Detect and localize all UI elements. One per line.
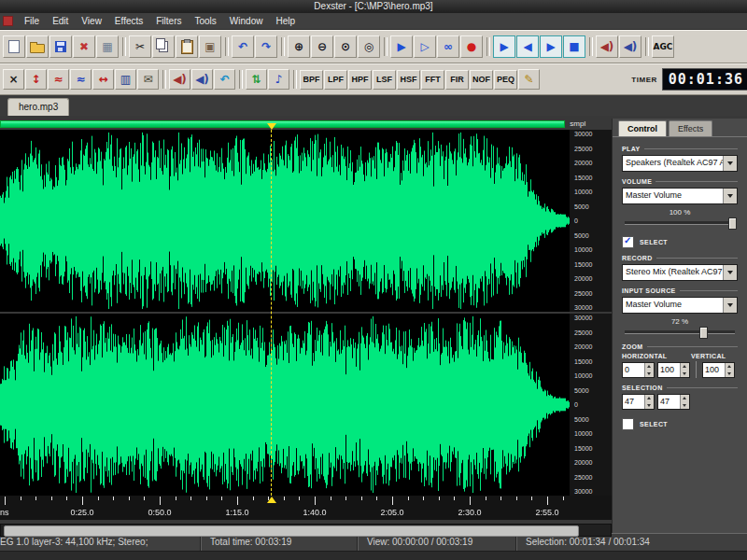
- speaker-monitor-button[interactable]: ◀): [169, 69, 190, 90]
- new-file-button[interactable]: [3, 35, 25, 58]
- redo-button[interactable]: ↷: [255, 35, 277, 58]
- spin-up-icon[interactable]: [681, 363, 689, 371]
- spin-up-icon[interactable]: [645, 363, 654, 371]
- wave-zoom-red-button[interactable]: ≈: [48, 69, 69, 90]
- spin-down-icon[interactable]: [645, 370, 654, 377]
- send-email-button[interactable]: ✉: [137, 69, 159, 90]
- go-end-button[interactable]: ▶: [540, 35, 562, 58]
- close-file-button[interactable]: ✖: [73, 35, 95, 58]
- envelope-editor-button[interactable]: ✎: [518, 69, 540, 90]
- tab-control[interactable]: Control: [618, 120, 667, 136]
- volume-target-select[interactable]: Master Volume: [622, 188, 738, 204]
- zoom-out-button[interactable]: ⊖: [311, 35, 333, 58]
- filter-lsf-button[interactable]: LSF: [373, 70, 396, 90]
- selection-end-spinner[interactable]: 47: [657, 394, 690, 410]
- stop-button[interactable]: ■: [563, 35, 585, 58]
- open-file-button[interactable]: [26, 35, 49, 58]
- menu-edit[interactable]: Edit: [46, 16, 75, 26]
- delete-selection-button[interactable]: ▣: [199, 35, 221, 58]
- zoom-full-button[interactable]: ◎: [358, 35, 380, 58]
- menu-effects[interactable]: Effects: [108, 16, 149, 26]
- zoom-h-end-spinner[interactable]: 100: [657, 362, 690, 378]
- play-device-select[interactable]: Speakers (Realtek AC97 Au: [622, 155, 738, 172]
- menu-tools[interactable]: Tools: [188, 16, 222, 26]
- spin-up-icon[interactable]: [681, 395, 689, 402]
- tab-hero-mp3[interactable]: hero.mp3: [7, 98, 69, 116]
- cut-button[interactable]: ✂: [129, 35, 151, 58]
- save-file-button[interactable]: [49, 35, 72, 58]
- menu-help[interactable]: Help: [269, 16, 302, 26]
- revert-button[interactable]: ↶: [214, 69, 235, 90]
- input-source-dropdown[interactable]: [723, 298, 737, 313]
- panel-body: PLAY Speakers (Realtek AC97 Au VOLUME Ma…: [613, 136, 747, 533]
- play-select-checkbox[interactable]: [622, 236, 634, 248]
- spin-down-icon[interactable]: [681, 370, 689, 377]
- play-device-dropdown[interactable]: [723, 156, 737, 171]
- agc-button[interactable]: AGC: [652, 35, 674, 58]
- speaker-config-button[interactable]: ◀): [191, 69, 213, 90]
- loop-play-button[interactable]: ∞: [437, 35, 459, 58]
- playhead-marker-top[interactable]: [267, 123, 276, 130]
- play-button[interactable]: ▶: [390, 35, 413, 58]
- playhead-marker-bottom[interactable]: [267, 497, 276, 503]
- overview-bar[interactable]: [0, 120, 565, 128]
- timeline-ruler[interactable]: [0, 496, 612, 520]
- filter-lpf-button[interactable]: LPF: [324, 70, 347, 90]
- input-slider[interactable]: [624, 327, 736, 337]
- spin-down-icon[interactable]: [726, 370, 734, 377]
- filter-hsf-button[interactable]: HSF: [397, 70, 420, 90]
- spin-up-icon[interactable]: [645, 395, 654, 402]
- paste-button[interactable]: [176, 35, 198, 58]
- crossfade-button[interactable]: ×: [3, 69, 24, 90]
- swap-channels-button[interactable]: ⇅: [246, 69, 267, 90]
- spin-down-icon[interactable]: [681, 402, 689, 410]
- selection-select-row[interactable]: SELECT: [622, 418, 738, 430]
- zoom-vertical-spinner[interactable]: 100: [702, 362, 735, 378]
- menu-view[interactable]: View: [75, 16, 108, 26]
- spin-down-icon[interactable]: [645, 402, 654, 410]
- wave-statistics-button[interactable]: ▥: [115, 69, 136, 90]
- selection-start-spinner[interactable]: 47: [622, 394, 655, 410]
- go-start-button[interactable]: ◀: [516, 35, 539, 58]
- menu-file[interactable]: File: [18, 16, 46, 26]
- menu-window[interactable]: Window: [223, 16, 270, 26]
- scrollbar-thumb[interactable]: [4, 525, 579, 537]
- record-device-dropdown[interactable]: [723, 265, 737, 280]
- id3-editor-button[interactable]: ♪: [268, 69, 289, 90]
- horizontal-scrollbar[interactable]: [0, 524, 612, 537]
- volume-up-button[interactable]: ◀): [596, 35, 618, 58]
- record-button[interactable]: ●: [460, 35, 483, 58]
- zoom-h-start-spinner[interactable]: 0: [622, 362, 655, 378]
- filter-fft-button[interactable]: FFT: [421, 70, 444, 90]
- file-properties-button[interactable]: ▦: [96, 35, 119, 58]
- zoom-selection-button[interactable]: ⊙: [334, 35, 357, 58]
- tab-effects[interactable]: Effects: [669, 120, 712, 136]
- play-view-button[interactable]: ▶: [493, 35, 515, 58]
- volume-target-value: Master Volume: [623, 189, 723, 203]
- input-source-select[interactable]: Master Volume: [622, 297, 738, 314]
- filter-hpf-button[interactable]: HPF: [348, 70, 372, 90]
- copy-button[interactable]: [152, 35, 175, 58]
- fit-vertical-button[interactable]: ↕: [25, 69, 47, 90]
- volume-slider-thumb[interactable]: [728, 217, 737, 230]
- menu-filters[interactable]: Filters: [149, 16, 188, 26]
- volume-slider[interactable]: [624, 217, 736, 228]
- undo-button[interactable]: ↶: [232, 35, 254, 58]
- volume-down-button[interactable]: ◀): [619, 35, 641, 58]
- filter-peq-button[interactable]: PEQ: [494, 70, 517, 90]
- wave-stretch-button[interactable]: ↔: [92, 69, 114, 90]
- record-device-select[interactable]: Stereo Mix (Realtek AC97 A: [622, 264, 738, 281]
- play-all-button[interactable]: ▷: [414, 35, 436, 58]
- selection-select-checkbox[interactable]: [622, 418, 634, 430]
- waveform-right-channel[interactable]: [0, 314, 570, 496]
- volume-target-dropdown[interactable]: [723, 189, 737, 203]
- input-slider-thumb[interactable]: [699, 327, 708, 339]
- zoom-in-button[interactable]: ⊕: [288, 35, 310, 58]
- waveform-left-channel[interactable]: [0, 130, 570, 312]
- wave-zoom-blue-button[interactable]: ≈: [70, 69, 92, 90]
- filter-fir-button[interactable]: FIR: [445, 70, 469, 90]
- filter-nof-button[interactable]: NOF: [470, 70, 493, 90]
- spin-up-icon[interactable]: [726, 363, 734, 371]
- filter-bpf-button[interactable]: BPF: [300, 70, 323, 90]
- play-select-row[interactable]: SELECT: [622, 236, 738, 248]
